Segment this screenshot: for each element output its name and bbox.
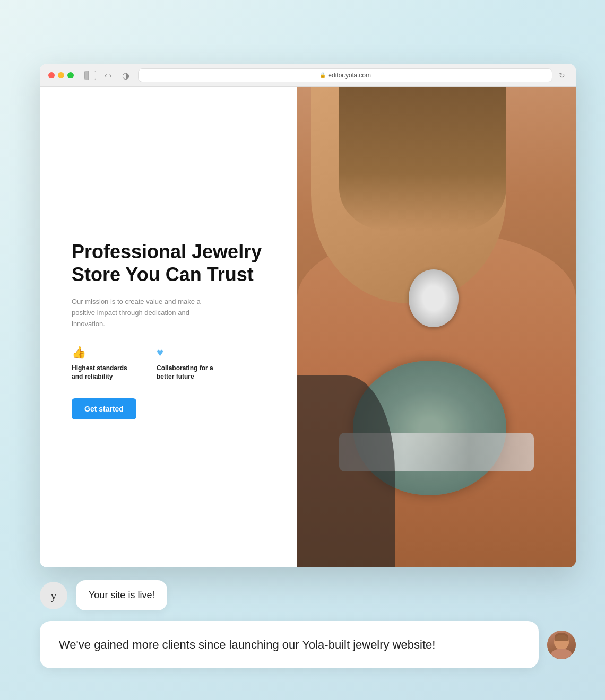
avatar-hair bbox=[555, 633, 568, 641]
chat-bubble-2-text: We've gained more clients since launchin… bbox=[59, 638, 435, 651]
chat-row-1: y Your site is live! bbox=[40, 580, 576, 610]
privacy-icon: ◑ bbox=[122, 71, 132, 80]
feature-1-label: Highest standards and reliability bbox=[72, 364, 135, 382]
chat-bubble-1: Your site is live! bbox=[76, 580, 167, 610]
get-started-button[interactable]: Get started bbox=[72, 398, 136, 419]
maximize-button[interactable] bbox=[67, 72, 74, 78]
chat-area: y Your site is live! We've gained more c… bbox=[40, 580, 576, 668]
lock-icon: 🔒 bbox=[319, 72, 326, 78]
minimize-button[interactable] bbox=[58, 72, 64, 78]
forward-button[interactable]: › bbox=[109, 71, 112, 80]
address-bar[interactable]: 🔒 editor.yola.com bbox=[138, 68, 552, 82]
thumbs-up-icon: 👍 bbox=[72, 346, 135, 360]
url-text: editor.yola.com bbox=[328, 72, 371, 79]
avatar-letter: y bbox=[51, 589, 57, 602]
yola-avatar: y bbox=[40, 582, 67, 609]
hero-title: Professional Jewelry Store You Can Trust bbox=[72, 240, 271, 286]
features-row: 👍 Highest standards and reliability ♥ Co… bbox=[72, 346, 271, 382]
hair-area bbox=[339, 87, 506, 231]
hero-subtitle: Our mission is to create value and make … bbox=[72, 296, 210, 329]
user-avatar bbox=[547, 631, 576, 659]
feature-item-2: ♥ Collaborating for a better future bbox=[157, 346, 220, 382]
heart-icon: ♥ bbox=[157, 346, 220, 360]
chat-row-2: We've gained more clients since launchin… bbox=[40, 621, 576, 668]
feature-item-1: 👍 Highest standards and reliability bbox=[72, 346, 135, 382]
left-panel: Professional Jewelry Store You Can Trust… bbox=[40, 87, 297, 567]
ring-detail bbox=[409, 269, 459, 327]
browser-window: ‹ › ◑ 🔒 editor.yola.com ↻ Professional J… bbox=[40, 64, 576, 567]
chat-bubble-1-text: Your site is live! bbox=[89, 590, 154, 600]
clothing-area bbox=[297, 375, 395, 567]
jewelry-photo bbox=[297, 87, 576, 567]
traffic-lights bbox=[48, 72, 74, 78]
right-panel bbox=[297, 87, 576, 567]
browser-chrome: ‹ › ◑ 🔒 editor.yola.com ↻ bbox=[40, 64, 576, 87]
avatar-body bbox=[551, 649, 572, 659]
chat-bubble-2: We've gained more clients since launchin… bbox=[40, 621, 539, 668]
browser-content: Professional Jewelry Store You Can Trust… bbox=[40, 87, 576, 567]
close-button[interactable] bbox=[48, 72, 55, 78]
feature-2-label: Collaborating for a better future bbox=[157, 364, 220, 382]
nav-arrows: ‹ › bbox=[105, 71, 111, 80]
reload-button[interactable]: ↻ bbox=[559, 71, 565, 80]
sidebar-toggle-button[interactable] bbox=[84, 71, 96, 80]
back-button[interactable]: ‹ bbox=[105, 71, 107, 80]
